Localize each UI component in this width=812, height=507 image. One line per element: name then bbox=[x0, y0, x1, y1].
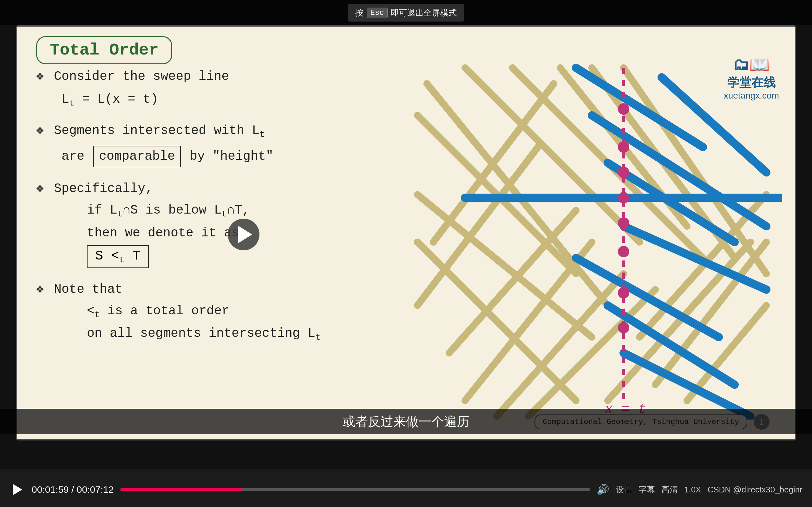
bullet-2-sub: are comparable by "height" bbox=[61, 146, 385, 167]
esc-bar: 按 Esc 即可退出全屏模式 bbox=[0, 0, 812, 25]
svg-line-16 bbox=[417, 242, 576, 400]
svg-line-24 bbox=[623, 226, 766, 290]
diamond-1: ❖ bbox=[36, 69, 44, 83]
logo: 🗂📖 学堂在线 xuetangx.com bbox=[724, 55, 779, 101]
diagram-area: x = t bbox=[402, 52, 782, 419]
comparable-box: comparable bbox=[93, 146, 181, 167]
diamond-3: ❖ bbox=[36, 181, 44, 196]
slide: Total Order 🗂📖 学堂在线 xuetangx.com ❖ Consi… bbox=[16, 25, 796, 441]
svg-point-31 bbox=[618, 167, 629, 178]
logo-sub: xuetangx.com bbox=[724, 91, 779, 101]
bullet-4-sub1: <t is a total order bbox=[87, 302, 385, 321]
diamond-2: ❖ bbox=[36, 124, 44, 138]
bullet-1-text: ❖ Consider the sweep line bbox=[36, 68, 385, 86]
subtitle-text: 或者反过来做一个遍历 bbox=[343, 413, 469, 430]
svg-point-30 bbox=[618, 141, 629, 153]
bullet-1: ❖ Consider the sweep line Lt = L(x = t) bbox=[36, 68, 385, 109]
bullet-4-text: ❖ Note that bbox=[36, 281, 385, 298]
volume-icon[interactable]: 🔊 bbox=[597, 484, 609, 496]
time-separator: / bbox=[71, 484, 77, 495]
bullet-3-text: ❖ Specifically, bbox=[36, 180, 385, 198]
bullet-1-formula: Lt = L(x = t) bbox=[61, 91, 385, 109]
esc-key: Esc bbox=[367, 8, 387, 18]
slide-title: Total Order bbox=[36, 36, 172, 64]
svg-point-35 bbox=[618, 287, 629, 298]
svg-point-32 bbox=[618, 192, 629, 204]
logo-main: 学堂在线 bbox=[724, 74, 779, 91]
svg-point-36 bbox=[618, 322, 629, 333]
diagram-svg: x = t bbox=[402, 52, 782, 419]
time-display: 00:01:59 / 00:07:12 bbox=[32, 484, 114, 495]
esc-prefix: 按 bbox=[355, 7, 363, 18]
svg-point-29 bbox=[618, 103, 629, 115]
svg-point-34 bbox=[618, 246, 629, 257]
bullet-2-text: ❖ Segments intersected with Lt bbox=[36, 122, 385, 141]
progress-bar[interactable] bbox=[120, 488, 590, 491]
esc-suffix: 即可退出全屏模式 bbox=[391, 7, 457, 18]
video-container: Total Order 🗂📖 学堂在线 xuetangx.com ❖ Consi… bbox=[0, 0, 812, 469]
play-icon bbox=[238, 226, 252, 243]
current-time: 00:01:59 bbox=[32, 484, 69, 495]
subtitle-bar: 或者反过来做一个遍历 bbox=[0, 409, 812, 434]
slide-content: ❖ Consider the sweep line Lt = L(x = t) … bbox=[36, 68, 385, 356]
settings-btn[interactable]: 设置 bbox=[616, 484, 632, 495]
esc-hint: 按 Esc 即可退出全屏模式 bbox=[348, 4, 464, 21]
user-label: CSDN @directx30_beginr bbox=[707, 485, 803, 495]
speed-btn[interactable]: 1.0X bbox=[684, 485, 701, 495]
diamond-4: ❖ bbox=[36, 282, 44, 297]
bullet-4: ❖ Note that <t is a total order on all s… bbox=[36, 281, 385, 343]
bullet-4-sub2: on all segments intersecting Lt bbox=[87, 325, 385, 343]
total-time: 00:07:12 bbox=[77, 484, 114, 495]
formula-box: S <t T bbox=[87, 245, 149, 268]
player-play-button[interactable] bbox=[9, 482, 26, 498]
bullet-3-sub1: if Lt∩S is below Lt∩T, bbox=[87, 202, 385, 220]
player-controls: 00:01:59 / 00:07:12 🔊 设置 字幕 高清 1.0X CSDN… bbox=[0, 472, 812, 507]
bullet-3: ❖ Specifically, if Lt∩S is below Lt∩T, t… bbox=[36, 180, 385, 268]
play-button-overlay[interactable] bbox=[228, 219, 259, 250]
svg-point-33 bbox=[618, 217, 629, 229]
progress-fill bbox=[120, 488, 242, 491]
subtitle-btn[interactable]: 字幕 bbox=[639, 484, 655, 495]
player-play-icon bbox=[13, 484, 22, 495]
quality-btn[interactable]: 高清 bbox=[661, 484, 678, 495]
player-right-controls: 🔊 设置 字幕 高清 1.0X CSDN @directx30_beginr bbox=[597, 484, 803, 496]
bullet-2: ❖ Segments intersected with Lt are compa… bbox=[36, 122, 385, 167]
logo-icon: 🗂📖 bbox=[724, 55, 779, 74]
